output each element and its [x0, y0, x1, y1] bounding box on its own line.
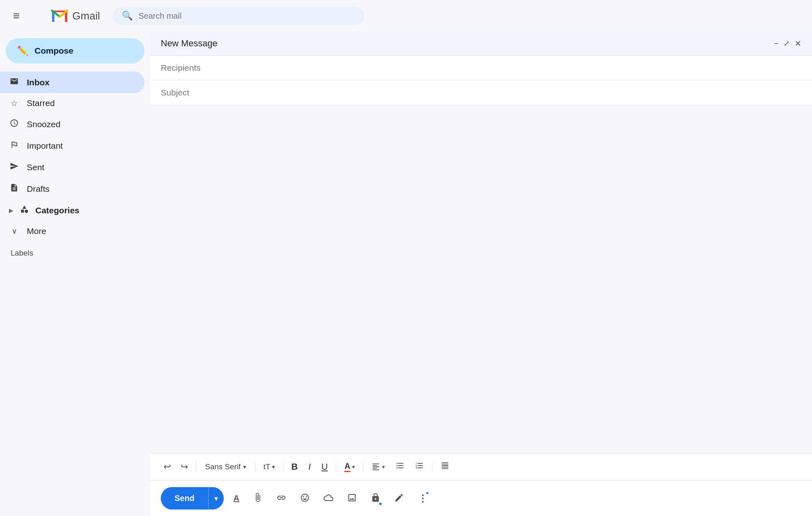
- numbered-list-icon: [415, 461, 424, 470]
- font-size-button[interactable]: tT ▾: [259, 460, 279, 474]
- bullet-list-icon: [395, 461, 404, 470]
- search-bar[interactable]: 🔍: [113, 7, 365, 25]
- svg-marker-0: [30, 11, 47, 21]
- bold-icon: B: [292, 462, 298, 472]
- svg-point-4: [25, 210, 28, 213]
- sidebar-item-more[interactable]: ∨ More: [0, 221, 150, 241]
- recipients-row[interactable]: [150, 56, 812, 80]
- format-toolbar: ↩ ↪ Sans Serif ▾ tT ▾ B I: [150, 453, 812, 481]
- categories-icon: [19, 205, 30, 216]
- labels-section: Labels: [0, 241, 150, 258]
- sidebar-item-drafts[interactable]: Drafts: [0, 178, 150, 199]
- sidebar-item-categories[interactable]: ▶ Categories: [0, 199, 150, 221]
- starred-icon: ☆: [9, 98, 19, 108]
- font-family-label: Sans Serif: [205, 462, 241, 471]
- format-text-button[interactable]: A: [229, 490, 243, 507]
- lock-button[interactable]: [367, 489, 384, 508]
- sidebar-item-starred[interactable]: ☆ Starred: [0, 93, 150, 113]
- subject-row[interactable]: [150, 80, 812, 105]
- sidebar: ✏️ Compose Inbox ☆ Starred Snoozed: [0, 32, 150, 516]
- attach-icon: [253, 492, 263, 502]
- font-color-dropdown-icon: ▾: [352, 464, 355, 470]
- message-textarea[interactable]: [161, 112, 801, 447]
- send-label: Send: [175, 494, 194, 503]
- link-button[interactable]: [272, 489, 290, 508]
- font-size-icon: tT: [263, 462, 270, 471]
- maximize-button[interactable]: ⤢: [784, 39, 790, 48]
- gmail-m-logo: [50, 7, 69, 25]
- font-size-dropdown-icon: ▾: [272, 464, 275, 470]
- italic-icon: I: [308, 462, 311, 472]
- font-color-icon: A: [344, 462, 350, 472]
- menu-button[interactable]: ≡: [10, 6, 23, 26]
- italic-button[interactable]: I: [304, 459, 315, 475]
- new-message-dialog: New Message − ⤢ ✕ ↩: [150, 32, 812, 516]
- send-button[interactable]: Send: [161, 487, 208, 509]
- compose-pencil-icon: ✏️: [17, 46, 28, 56]
- emoji-button[interactable]: [296, 489, 314, 508]
- dialog-header: New Message − ⤢ ✕: [150, 32, 812, 56]
- snoozed-label: Snoozed: [27, 119, 60, 129]
- recipients-input[interactable]: [161, 63, 801, 73]
- indent-button[interactable]: [436, 458, 454, 475]
- underline-button[interactable]: U: [317, 459, 332, 475]
- subject-input[interactable]: [161, 88, 801, 98]
- signature-button[interactable]: [390, 489, 408, 508]
- more-chevron-icon: ∨: [9, 227, 19, 236]
- gmail-m-icon: [29, 7, 48, 25]
- notification-dot: [425, 491, 429, 495]
- undo-button[interactable]: ↩: [160, 459, 175, 475]
- sidebar-item-snoozed[interactable]: Snoozed: [0, 113, 150, 135]
- message-body[interactable]: [150, 105, 812, 453]
- sidebar-item-inbox[interactable]: Inbox: [0, 72, 145, 93]
- numbered-list-button[interactable]: [411, 458, 428, 475]
- align-icon: [371, 462, 380, 471]
- attach-button[interactable]: [249, 488, 267, 509]
- more-options-button[interactable]: ⋮: [414, 489, 432, 508]
- minimize-button[interactable]: −: [774, 39, 779, 48]
- align-button[interactable]: ▾: [367, 460, 389, 474]
- categories-arrow-icon: ▶: [9, 207, 13, 214]
- drive-icon: [324, 493, 333, 503]
- svg-rect-5: [21, 210, 24, 212]
- signature-icon: [394, 493, 404, 503]
- more-label: More: [27, 226, 46, 236]
- drive-button[interactable]: [320, 489, 337, 508]
- indent-icon: [441, 461, 449, 470]
- lock-badge: [379, 502, 382, 505]
- lock-icon: [371, 493, 380, 503]
- sidebar-item-important[interactable]: Important: [0, 135, 150, 156]
- photo-icon: [347, 493, 357, 503]
- font-family-button[interactable]: Sans Serif ▾: [200, 460, 251, 474]
- send-dropdown-button[interactable]: ▾: [208, 487, 224, 509]
- action-bar: Send ▾ A: [150, 481, 812, 516]
- sent-label: Sent: [27, 163, 44, 172]
- inbox-label: Inbox: [27, 78, 50, 87]
- sent-icon: [9, 162, 19, 173]
- send-dropdown-icon: ▾: [214, 494, 218, 503]
- dialog-title: New Message: [161, 38, 217, 49]
- categories-label: Categories: [35, 206, 80, 215]
- redo-button[interactable]: ↪: [177, 459, 192, 475]
- emoji-icon: [300, 493, 310, 503]
- labels-heading: Labels: [11, 249, 33, 257]
- bold-button[interactable]: B: [287, 459, 302, 475]
- font-color-button[interactable]: A ▾: [340, 459, 358, 475]
- snoozed-icon: [9, 119, 19, 130]
- compose-label: Compose: [35, 46, 73, 56]
- bullet-list-button[interactable]: [391, 458, 408, 475]
- compose-button[interactable]: ✏️ Compose: [6, 38, 145, 63]
- drafts-label: Drafts: [27, 184, 50, 194]
- format-text-icon: A: [233, 494, 239, 503]
- link-icon: [276, 493, 286, 503]
- search-input[interactable]: [138, 11, 356, 21]
- search-icon: 🔍: [122, 11, 133, 21]
- photo-button[interactable]: [343, 489, 361, 508]
- starred-label: Starred: [27, 98, 55, 108]
- important-icon: [9, 140, 19, 151]
- menu-icon: ≡: [13, 9, 19, 22]
- sidebar-item-sent[interactable]: Sent: [0, 156, 150, 178]
- important-label: Important: [27, 141, 63, 151]
- gmail-logo: Gmail: [29, 7, 100, 25]
- close-dialog-button[interactable]: ✕: [795, 39, 801, 48]
